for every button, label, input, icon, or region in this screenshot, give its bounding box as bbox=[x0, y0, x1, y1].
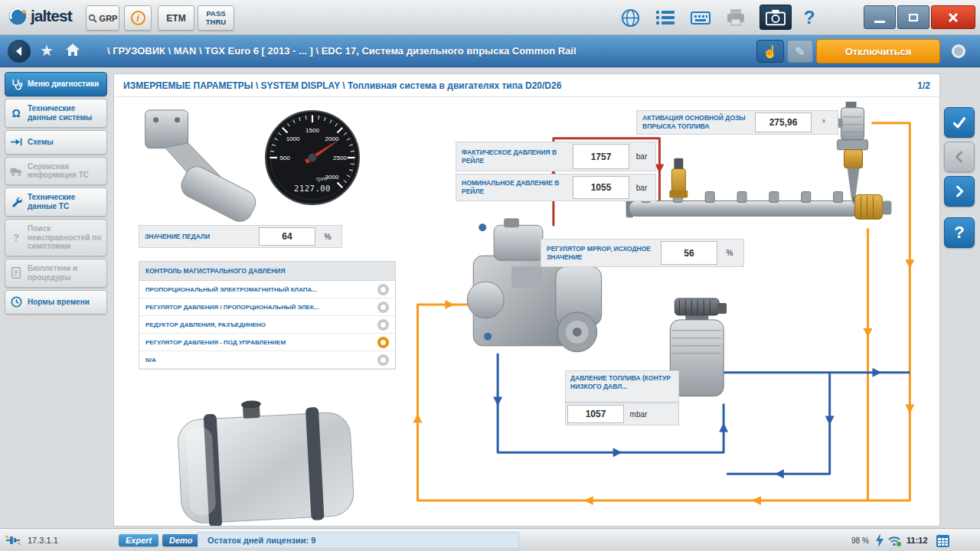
truck-icon bbox=[8, 164, 24, 178]
low-pressure-pipe-blue bbox=[498, 354, 910, 474]
radio-indicator bbox=[377, 337, 389, 348]
quick-test-button[interactable]: ☝ bbox=[756, 40, 784, 63]
param-unit: bar bbox=[629, 176, 654, 199]
actual-rail-pressure-param: ФАКТИЧЕСКОЕ ДАВЛЕНИЯ В РЕЙЛЕ 1757 bar bbox=[456, 142, 656, 171]
pressure-control-option[interactable]: РЕДУКТОР ДАВЛЕНИЯ, РАЗЪЕДИНЕНО bbox=[139, 316, 395, 334]
clock-icon bbox=[8, 295, 24, 309]
chevron-left-icon bbox=[950, 147, 969, 167]
main-content-panel: ИЗМЕРЯЕМЫЕ ПАРАМЕТРЫ \ SYSTEM DISPLAY \ … bbox=[113, 73, 940, 527]
flow-arrows-blue bbox=[493, 368, 881, 479]
license-days-text: Остаток дней лицензии: 9 bbox=[198, 532, 519, 549]
param-label: ФАКТИЧЕСКОЕ ДАВЛЕНИЯ В РЕЙЛЕ bbox=[458, 144, 573, 169]
param-label: ЗНАЧЕНИЕ ПЕДАЛИ bbox=[141, 227, 259, 246]
sidebar-item-label: Бюллетени и процедуры bbox=[28, 264, 103, 282]
param-unit: mbar bbox=[624, 405, 653, 423]
option-label: ПРОПОРЦИОНАЛЬНЫЙ ЭЛЕКТРОМАГНИТНЫЙ КЛАПА.… bbox=[145, 286, 377, 293]
option-label: N/A bbox=[145, 357, 377, 364]
grp-button[interactable]: GRP bbox=[86, 5, 119, 31]
connection-icon bbox=[5, 529, 21, 551]
back-arrow-icon bbox=[14, 46, 24, 57]
option-label: РЕДУКТОР ДАВЛЕНИЯ, РАЗЪЕДИНЕНО bbox=[145, 321, 377, 328]
pressure-control-option[interactable]: N/A bbox=[139, 351, 395, 369]
sidebar-item-label: Сервисная информация ТС bbox=[28, 162, 103, 181]
window-maximize-button[interactable] bbox=[897, 5, 929, 29]
jaltest-logo: jaltest bbox=[8, 6, 72, 26]
hand-pointer-icon: ☝ bbox=[763, 44, 778, 59]
top-toolbar: jaltest GRP i ETM PASS THRU bbox=[0, 0, 980, 35]
check-icon bbox=[949, 112, 969, 132]
radio-indicator bbox=[377, 302, 389, 313]
maximize-icon bbox=[909, 14, 918, 21]
sidebar-item-bulletins-procedures: Бюллетени и процедуры bbox=[5, 259, 107, 288]
injection-activation-param: АКТИВАЦИЯ ОСНОВНОЙ ДОЗЫ ВПРЫСКА ТОПЛИВА … bbox=[636, 110, 838, 135]
svg-text:1000: 1000 bbox=[286, 135, 300, 142]
sidebar-item-label: Нормы времени bbox=[28, 298, 90, 307]
param-value: 275,96 bbox=[755, 112, 812, 132]
back-button[interactable] bbox=[8, 40, 31, 63]
breadcrumb-bar: ★ \ ГРУЗОВИК \ MAN \ TGX Euro 6 [ 2013 -… bbox=[0, 35, 980, 67]
svg-text:3000: 3000 bbox=[325, 174, 339, 181]
jaltest-app-window: jaltest GRP i ETM PASS THRU bbox=[0, 0, 980, 551]
svg-text:2500: 2500 bbox=[333, 155, 347, 161]
radio-indicator bbox=[377, 319, 389, 331]
page-title: ИЗМЕРЯЕМЫЕ ПАРАМЕТРЫ \ SYSTEM DISPLAY \ … bbox=[123, 80, 561, 91]
sidebar-item-time-standards[interactable]: Нормы времени bbox=[5, 290, 107, 315]
pressure-control-option[interactable]: ПРОПОРЦИОНАЛЬНЫЙ ЭЛЕКТРОМАГНИТНЫЙ КЛАПА.… bbox=[139, 281, 395, 298]
pressure-control-header: КОНТРОЛЬ МАГИСТРАЛЬНОГО ДАВЛЕНИЯ bbox=[139, 262, 395, 281]
home-button[interactable] bbox=[64, 41, 81, 61]
low-pressure-param-label: ДАВЛЕНИЕ ТОПЛИВА (КОНТУР НИЗКОГО ДАВЛ... bbox=[565, 370, 679, 403]
status-bar: 17.3.1.1 Expert Demo Остаток дней лиценз… bbox=[0, 528, 980, 551]
info-button[interactable]: i bbox=[124, 5, 152, 31]
etm-button[interactable]: ETM bbox=[158, 5, 194, 31]
sidebar-item-label: Технические данные системы bbox=[28, 104, 103, 122]
confirm-button[interactable] bbox=[944, 107, 975, 138]
param-label: НОМИНАЛЬНОЕ ДАВЛЕНИЕ В РЕЙЛЕ bbox=[458, 176, 573, 199]
keyboard-icon bbox=[690, 8, 711, 27]
brand-name: jaltest bbox=[31, 7, 72, 25]
sidebar-item-system-technical-data[interactable]: Ω Технические данные системы bbox=[5, 99, 107, 128]
passthru-button[interactable]: PASS THRU bbox=[198, 5, 234, 31]
rail-pressure-sensor-illustration bbox=[669, 158, 688, 198]
question-mark-icon: ? bbox=[954, 223, 964, 243]
previous-page-button bbox=[944, 142, 975, 172]
param-value: 64 bbox=[259, 227, 315, 246]
disconnect-label: Отключиться bbox=[845, 46, 912, 57]
pencil-icon: ✎ bbox=[795, 44, 805, 59]
keyboard-button[interactable] bbox=[688, 6, 714, 29]
pressure-control-option[interactable]: РЕГУЛЯТОР ДАВЛЕНИЯ - ПОД УПРАВЛЕНИЕМ bbox=[139, 334, 395, 351]
home-icon bbox=[64, 41, 81, 58]
list-icon bbox=[655, 8, 676, 27]
print-button[interactable] bbox=[723, 6, 749, 29]
option-label: РЕГУЛЯТОР ДАВЛЕНИЯ - ПОД УПРАВЛЕНИЕМ bbox=[145, 339, 377, 346]
diagram-help-button[interactable]: ? bbox=[944, 217, 975, 248]
passthru-label: PASS THRU bbox=[200, 10, 232, 26]
sidebar-item-symptom-troubleshooting: ? Поиск неисправностей по симптомам bbox=[5, 219, 107, 256]
mprop-regulator-param: РЕГУЛЯТОР MPROP, ИСХОДНОЕ ЗНАЧЕНИЕ 56 % bbox=[541, 239, 744, 267]
sidebar-item-label: Технические данные ТС bbox=[28, 193, 103, 211]
pedal-value-param: ЗНАЧЕНИЕ ПЕДАЛИ 64 % bbox=[139, 225, 342, 248]
radio-indicator bbox=[377, 284, 389, 295]
sidebar-item-diagrams[interactable]: Схемы bbox=[5, 130, 107, 155]
param-value: 1757 bbox=[573, 144, 629, 169]
screenshot-camera-button[interactable] bbox=[760, 5, 792, 30]
window-minimize-button[interactable] bbox=[864, 5, 896, 29]
report-list-button[interactable] bbox=[652, 6, 678, 29]
sidebar-item-vehicle-technical-data[interactable]: Технические данные ТС bbox=[5, 187, 107, 217]
pressure-control-option[interactable]: РЕГУЛЯТОР ДАВЛЕНИЯ / ПРОПОРЦИОНАЛЬНЫЙ ЭЛ… bbox=[139, 298, 395, 316]
next-page-button[interactable] bbox=[944, 176, 975, 207]
sidebar-item-label: Схемы bbox=[28, 138, 54, 147]
etm-label: ETM bbox=[166, 13, 185, 24]
calendar-icon[interactable] bbox=[936, 529, 950, 551]
accelerator-pedal-illustration bbox=[145, 110, 260, 226]
sidebar-item-diagnostics-menu[interactable]: Меню диагностики bbox=[5, 72, 107, 96]
breadcrumb-path: \ ГРУЗОВИК \ MAN \ TGX Euro 6 [ 2013 - .… bbox=[107, 45, 577, 57]
option-label: РЕГУЛЯТОР ДАВЛЕНИЯ / ПРОПОРЦИОНАЛЬНЫЙ ЭЛ… bbox=[145, 304, 377, 311]
window-close-button[interactable] bbox=[931, 5, 975, 29]
document-icon bbox=[8, 266, 24, 280]
disconnect-button[interactable]: Отключиться bbox=[816, 39, 940, 64]
nominal-rail-pressure-param: НОМИНАЛЬНОЕ ДАВЛЕНИЕ В РЕЙЛЕ 1055 bar bbox=[456, 174, 656, 201]
help-button[interactable]: ? bbox=[796, 6, 822, 29]
language-globe-button[interactable] bbox=[617, 6, 643, 29]
version-text: 17.3.1.1 bbox=[28, 529, 58, 551]
favorite-star-icon[interactable]: ★ bbox=[40, 42, 54, 59]
